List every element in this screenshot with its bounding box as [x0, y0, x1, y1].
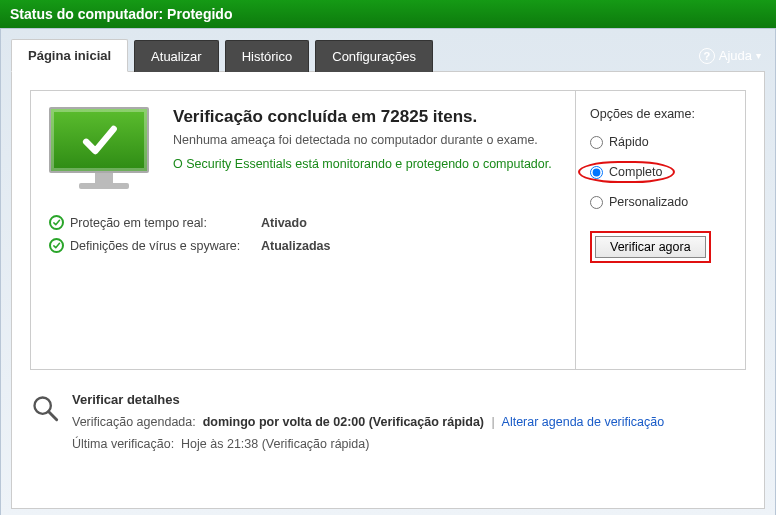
status-list: Proteção em tempo real: Ativado Definiçõ… [49, 215, 557, 261]
chevron-down-icon: ▾ [756, 50, 761, 61]
tab-home[interactable]: Página inicial [11, 39, 128, 72]
status-value: Atualizadas [261, 239, 330, 253]
scan-button-highlight: Verificar agora [590, 231, 711, 263]
last-scan-value: Hoje às 21:38 (Verificação rápida) [181, 437, 369, 451]
details-title: Verificar detalhes [72, 392, 746, 407]
scan-option-label: Rápido [609, 135, 649, 149]
scan-result-subline: Nenhuma ameaça foi detectada no computad… [173, 133, 552, 147]
scan-details: Verificar detalhes Verificação agendada:… [30, 392, 746, 459]
last-scan-label: Última verificação: [72, 437, 174, 451]
details-last-scan: Última verificação: Hoje às 21:38 (Verif… [72, 437, 746, 451]
help-icon: ? [699, 48, 715, 64]
tab-history[interactable]: Histórico [225, 40, 310, 72]
status-label: Definições de vírus e spyware: [70, 239, 255, 253]
scan-now-button[interactable]: Verificar agora [595, 236, 706, 258]
details-scheduled: Verificação agendada: domingo por volta … [72, 415, 746, 429]
scheduled-label: Verificação agendada: [72, 415, 196, 429]
tabs-row: Página inicial Atualizar Histórico Confi… [11, 39, 765, 72]
svg-line-1 [49, 412, 57, 420]
content-area: Verificação concluída em 72825 itens. Ne… [11, 71, 765, 509]
scan-option-quick[interactable]: Rápido [590, 135, 731, 149]
check-icon [77, 118, 121, 162]
help-label: Ajuda [719, 48, 752, 63]
check-icon [49, 215, 64, 230]
scan-options-panel: Opções de exame: Rápido Completo Persona… [575, 91, 745, 369]
help-link[interactable]: ? Ajuda ▾ [699, 48, 765, 64]
change-schedule-link[interactable]: Alterar agenda de verificação [502, 415, 665, 429]
radio-quick[interactable] [590, 136, 603, 149]
scan-option-label: Completo [609, 165, 663, 179]
status-value: Ativado [261, 216, 307, 230]
scan-options-title: Opções de exame: [590, 107, 731, 121]
monitoring-status: O Security Essentials está monitorando e… [173, 157, 552, 171]
status-item-realtime: Proteção em tempo real: Ativado [49, 215, 557, 230]
scan-option-full[interactable]: Completo [578, 161, 675, 183]
radio-full[interactable] [590, 166, 603, 179]
scheduled-value: domingo por volta de 02:00 (Verificação … [199, 415, 484, 429]
status-monitor-graphic [49, 107, 159, 189]
scan-option-full-wrap: Completo [578, 161, 731, 183]
scan-option-custom[interactable]: Personalizado [590, 195, 731, 209]
scan-result-headline: Verificação concluída em 72825 itens. [173, 107, 552, 127]
status-item-definitions: Definições de vírus e spyware: Atualizad… [49, 238, 557, 253]
separator: | [492, 415, 495, 429]
radio-custom[interactable] [590, 196, 603, 209]
scan-option-label: Personalizado [609, 195, 688, 209]
main-left: Verificação concluída em 72825 itens. Ne… [31, 91, 575, 369]
window-body: Página inicial Atualizar Histórico Confi… [0, 28, 776, 515]
tab-update[interactable]: Atualizar [134, 40, 219, 72]
tab-settings[interactable]: Configurações [315, 40, 433, 72]
status-bar: Status do computador: Protegido [0, 0, 776, 28]
status-label: Proteção em tempo real: [70, 216, 255, 230]
check-icon [49, 238, 64, 253]
magnifier-icon [30, 392, 60, 459]
main-box: Verificação concluída em 72825 itens. Ne… [30, 90, 746, 370]
